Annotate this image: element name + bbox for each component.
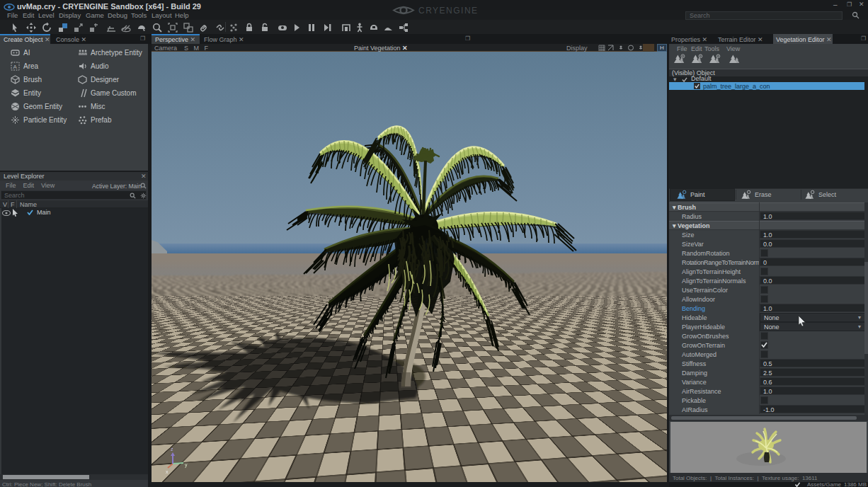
svg-text:A: A [13,64,18,70]
svg-text:CRYENGINE: CRYENGINE [418,6,479,16]
svg-text:y: y [185,462,188,468]
svg-text:z: z [171,447,173,452]
svg-text:x: x [166,469,169,474]
